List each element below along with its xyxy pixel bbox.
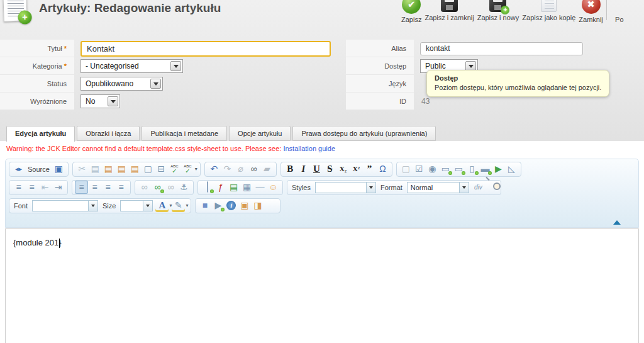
source-button[interactable]: Source (25, 166, 52, 173)
horizontal-rule-icon[interactable]: ― (253, 181, 267, 194)
select-all-icon[interactable]: ▢ (142, 162, 155, 176)
size-dropdown-button[interactable] (143, 201, 152, 211)
italic-icon[interactable]: I (297, 162, 310, 176)
strikethrough-icon[interactable]: S (323, 162, 336, 176)
alias-input[interactable] (420, 42, 583, 55)
joomla-plugin-icon-1[interactable]: ▣ (238, 199, 251, 212)
styles-dropdown-button[interactable] (366, 183, 375, 193)
save-copy-button[interactable]: Zapisz jako kopię (522, 0, 575, 23)
format-combo[interactable]: Normal (407, 182, 469, 193)
save-button[interactable]: ✔ Zapisz (401, 0, 421, 23)
justify-icon[interactable]: ≡ (114, 181, 128, 194)
tooltip-text: Poziom dostępu, który umożliwia oglądani… (435, 84, 601, 91)
scayt-dropdown-icon[interactable]: ▾ (195, 166, 197, 172)
color-sphere-icon[interactable] (264, 199, 277, 212)
indent-icon[interactable]: ⇥ (52, 181, 65, 194)
close-button[interactable]: ✖ Zamknij (579, 0, 603, 23)
background-color-dropdown-icon[interactable]: ▾ (186, 203, 188, 208)
unlink-icon[interactable]: ∞ (164, 181, 177, 194)
help-button[interactable]: Po (610, 0, 629, 23)
paste-word-icon[interactable]: ▤ (128, 162, 142, 176)
image-button-icon[interactable]: ▶ (492, 162, 505, 176)
spellcheck-icon[interactable]: ABC✓ (168, 162, 181, 176)
find-icon[interactable]: ∞ (247, 162, 260, 176)
underline-icon[interactable]: U (310, 162, 323, 176)
joomla-link-icon[interactable]: ∞ (151, 181, 164, 194)
joomla-plugin-icon-2[interactable]: ◨ (251, 199, 264, 212)
text-color-icon[interactable]: A (155, 199, 169, 212)
show-blocks-icon[interactable]: div (472, 181, 485, 194)
background-color-icon[interactable]: ✎ (172, 199, 185, 212)
numbered-list-icon[interactable]: ≡ (12, 181, 25, 194)
paste-icon[interactable]: ▤ (102, 162, 115, 176)
editor-content-area[interactable]: {module 201} (5, 228, 639, 343)
dropdown-button[interactable] (170, 61, 181, 71)
title-input[interactable] (80, 41, 331, 57)
insert-module-icon[interactable]: ■ (198, 199, 211, 212)
group-undo: ↶ ↷ ⌀ ∞ ▰ (204, 162, 277, 177)
text-field-icon[interactable]: ▭ (439, 162, 452, 176)
tab-images-links[interactable]: Obrazki i łącza (77, 126, 140, 141)
source-icon[interactable]: ◂▸ (12, 162, 25, 176)
outdent-icon[interactable]: ⇤ (38, 181, 52, 194)
align-center-icon[interactable]: ≡ (88, 181, 101, 194)
tab-edit-article[interactable]: Edycja artykułu (6, 126, 75, 142)
print-icon[interactable]: ⊟ (155, 162, 168, 176)
font-combo[interactable] (32, 200, 98, 211)
link-icon[interactable]: ∞ (138, 181, 151, 194)
tab-publishing-metadata[interactable]: Publikacja i metadane (142, 126, 227, 141)
category-select[interactable]: - Uncategorised (80, 59, 183, 73)
checkbox-icon[interactable]: ☑ (413, 162, 426, 176)
flash-icon[interactable]: ƒ (214, 181, 227, 194)
readmore-icon[interactable]: ▤ (227, 181, 240, 194)
scayt-icon[interactable]: ABC✓ (181, 162, 194, 176)
group-align: ≡ ≡ ≡ ≡ (72, 180, 131, 195)
collapse-toolbar-icon[interactable] (613, 220, 621, 225)
bold-icon[interactable]: B (284, 162, 297, 176)
format-dropdown-button[interactable] (459, 183, 469, 193)
size-combo[interactable] (120, 200, 153, 211)
align-right-icon[interactable]: ≡ (101, 181, 114, 194)
group-joomla-plugins: ■ ▶ i ▣ ◨ (195, 198, 280, 213)
special-character-icon[interactable]: Ω (376, 162, 389, 176)
featured-select[interactable]: No (80, 94, 120, 108)
table-icon[interactable]: ▦ (240, 181, 253, 194)
radio-button-icon[interactable]: ◉ (426, 162, 439, 176)
copy-icon[interactable]: ▤ (89, 162, 102, 176)
tab-article-options[interactable]: Opcje artykułu (229, 126, 291, 141)
textarea-icon[interactable]: ▯ (465, 162, 479, 176)
remove-format-icon[interactable]: ⌀ (234, 162, 247, 176)
styles-combo[interactable] (315, 182, 376, 193)
dropdown-button[interactable] (108, 96, 118, 106)
redo-icon[interactable]: ↷ (221, 162, 234, 176)
hidden-field-icon[interactable]: ▢ (399, 162, 413, 176)
select-field-icon[interactable]: ▭ (452, 162, 465, 176)
save-close-button[interactable]: Zapisz i zamknij (425, 0, 474, 23)
blockquote-icon[interactable]: ” (363, 162, 376, 176)
save-new-button[interactable]: + Zapisz i nowy (477, 0, 519, 23)
iframe-icon[interactable]: ◺ (505, 162, 518, 176)
info-icon[interactable]: i (225, 199, 238, 212)
bulleted-list-icon[interactable]: ≡ (25, 181, 38, 194)
dropdown-button[interactable] (150, 79, 161, 89)
align-left-icon[interactable]: ≡ (75, 181, 88, 194)
form-row-status: Status Opublikowano (0, 75, 340, 93)
status-select[interactable]: Opublikowano (80, 77, 163, 91)
superscript-icon[interactable]: X² (350, 162, 363, 176)
tab-article-permissions[interactable]: Prawa dostępu do artykułu (uprawnienia) (292, 126, 436, 141)
insert-article-icon[interactable]: ▶ (211, 199, 225, 212)
undo-icon[interactable]: ↶ (208, 162, 221, 176)
button-field-icon[interactable]: ▬ (479, 162, 492, 176)
anchor-icon[interactable]: ⚓ (177, 181, 191, 194)
image-icon[interactable] (201, 181, 214, 194)
preview-icon[interactable] (485, 181, 498, 194)
cut-icon[interactable]: ✂ (75, 162, 89, 176)
subscript-icon[interactable]: X₂ (336, 162, 350, 176)
save-doc-icon[interactable]: ▣ (52, 162, 65, 176)
installation-guide-link[interactable]: Installation guide (283, 145, 335, 152)
smiley-icon[interactable]: ☺ (267, 181, 280, 194)
editor-text: {module 201} (13, 238, 62, 247)
font-dropdown-button[interactable] (88, 201, 97, 211)
replace-icon[interactable]: ▰ (260, 162, 274, 176)
paste-text-icon[interactable]: ▤ (115, 162, 128, 176)
